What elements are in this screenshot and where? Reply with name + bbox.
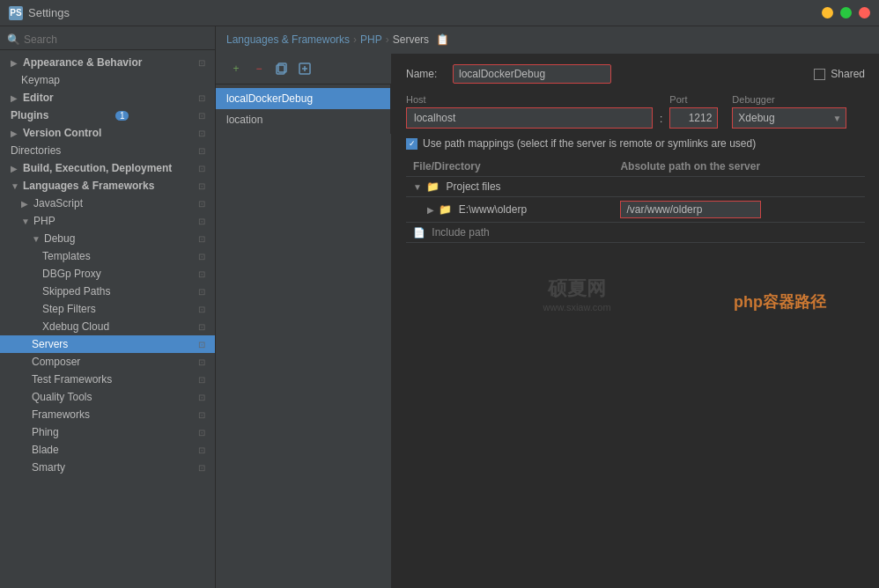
expand-icon: ▼: [32, 234, 41, 244]
sidebar-item-skipped-paths[interactable]: Skipped Paths ⊡: [0, 283, 215, 300]
host-field-group: Host: [406, 94, 653, 129]
project-files-label: Project files: [447, 180, 501, 193]
config-server-button[interactable]: [295, 59, 314, 78]
tree-expand-icon: ▼: [413, 182, 422, 192]
sidebar-item-label: Plugins: [11, 109, 48, 121]
server-item-localdockerdebug[interactable]: localDockerDebug: [216, 88, 390, 109]
sidebar-item-blade[interactable]: Blade ⊡: [0, 441, 215, 459]
sidebar-item-directories[interactable]: Directories ⊡: [0, 142, 215, 159]
sidebar-item-step-filters[interactable]: Step Filters ⊡: [0, 300, 215, 318]
server-item-location[interactable]: location: [216, 109, 390, 130]
remove-server-button[interactable]: −: [249, 59, 269, 78]
port-field-group: Port: [669, 94, 718, 129]
sidebar-item-php[interactable]: ▼ PHP ⊡: [0, 212, 215, 230]
mapping-table: File/Directory Absolute path on the serv…: [406, 157, 865, 243]
external-icon: ⊡: [196, 180, 208, 192]
minimize-button[interactable]: [822, 7, 833, 18]
breadcrumb-icon: 📋: [436, 33, 449, 46]
external-icon: ⊡: [196, 285, 208, 298]
sidebar-item-appearance[interactable]: ▶ Appearance & Behavior ⊡: [0, 54, 215, 71]
server-path-input[interactable]: [620, 201, 761, 218]
title-bar: PS Settings: [0, 0, 879, 26]
copy-server-button[interactable]: [272, 59, 292, 78]
expand-icon: ▶: [11, 164, 19, 173]
php-container-label: php容器路径: [734, 291, 826, 312]
sidebar-item-label: Composer: [32, 356, 80, 368]
port-input[interactable]: [669, 107, 718, 129]
sidebar-item-xdebug-cloud[interactable]: Xdebug Cloud ⊡: [0, 318, 215, 335]
port-label: Port: [669, 94, 718, 105]
expand-icon: ▶: [11, 93, 19, 103]
name-input[interactable]: [453, 64, 611, 84]
shared-label: Shared: [831, 68, 865, 80]
plugins-badge: 1: [115, 111, 129, 121]
sidebar-item-plugins[interactable]: Plugins 1 ⊡: [0, 107, 215, 124]
window-title: Settings: [28, 6, 822, 19]
add-server-button[interactable]: +: [226, 59, 246, 78]
search-bar[interactable]: 🔍: [0, 30, 215, 50]
app-icon: PS: [9, 6, 23, 20]
folder-label: E:\www\olderp: [459, 203, 527, 216]
include-path-icon: 📄: [413, 227, 425, 238]
external-icon: ⊡: [196, 444, 208, 456]
sidebar-item-servers[interactable]: Servers ⊡: [0, 335, 215, 353]
external-icon: ⊡: [196, 92, 208, 104]
path-mapping-checkbox-row: ✓ Use path mappings (select if the serve…: [406, 137, 865, 150]
server-path-cell: [613, 197, 865, 223]
sidebar-item-label: Step Filters: [42, 303, 96, 315]
server-list: localDockerDebug location: [216, 85, 391, 134]
sidebar-item-label: Debug: [44, 232, 75, 245]
sidebar-item-test-frameworks[interactable]: Test Frameworks ⊡: [0, 371, 215, 388]
include-path-row: 📄 Include path: [406, 223, 865, 243]
sidebar-item-templates[interactable]: Templates ⊡: [0, 247, 215, 265]
sidebar-scroll: ▶ Appearance & Behavior ⊡ Keymap ▶ Edito…: [0, 54, 215, 588]
breadcrumb-languages[interactable]: Languages & Frameworks: [226, 33, 350, 46]
sidebar-item-build[interactable]: ▶ Build, Execution, Deployment ⊡: [0, 159, 215, 177]
sidebar-item-label: JavaScript: [33, 197, 83, 209]
sidebar-item-dbgp[interactable]: DBGp Proxy ⊡: [0, 265, 215, 283]
sidebar-item-javascript[interactable]: ▶ JavaScript ⊡: [0, 195, 215, 212]
expand-icon: ▼: [21, 217, 30, 226]
debugger-label: Debugger: [732, 94, 846, 105]
search-icon: 🔍: [7, 33, 20, 46]
sidebar-item-keymap[interactable]: Keymap: [0, 71, 215, 89]
path-mapping-label: Use path mappings (select if the server …: [423, 137, 756, 150]
external-icon: ⊡: [196, 197, 208, 209]
breadcrumb-php[interactable]: PHP: [360, 33, 382, 46]
sidebar-item-label: DBGp Proxy: [42, 268, 101, 280]
sidebar-item-label: Servers: [32, 338, 68, 350]
sidebar-item-label: Xdebug Cloud: [42, 320, 109, 333]
path-mapping-checkbox[interactable]: ✓: [406, 138, 417, 150]
name-label: Name:: [406, 68, 446, 80]
project-files-cell: ▼ 📁 Project files: [406, 177, 613, 197]
breadcrumb: Languages & Frameworks › PHP › Servers 📋: [216, 26, 879, 54]
external-icon: ⊡: [196, 56, 208, 69]
external-icon: ⊡: [196, 162, 208, 174]
host-input[interactable]: [406, 107, 653, 129]
maximize-button[interactable]: [840, 7, 852, 18]
external-icon: ⊡: [196, 426, 208, 438]
sidebar-item-label: Frameworks: [32, 408, 90, 421]
sidebar-item-phing[interactable]: Phing ⊡: [0, 423, 215, 441]
servers-panel: + −: [216, 54, 879, 588]
sidebar-item-quality-tools[interactable]: Quality Tools ⊡: [0, 388, 215, 406]
close-button[interactable]: [859, 7, 870, 18]
sidebar-item-editor[interactable]: ▶ Editor ⊡: [0, 89, 215, 107]
sidebar-item-composer[interactable]: Composer ⊡: [0, 353, 215, 371]
sidebar-item-languages[interactable]: ▼ Languages & Frameworks ⊡: [0, 177, 215, 195]
external-icon: ⊡: [196, 144, 208, 157]
external-icon: ⊡: [196, 320, 208, 333]
search-input[interactable]: [24, 33, 208, 46]
sidebar-item-debug[interactable]: ▼ Debug ⊡: [0, 230, 215, 247]
debugger-select[interactable]: Xdebug Zend Debugger: [732, 107, 846, 129]
external-icon: ⊡: [196, 215, 208, 227]
sidebar-item-smarty[interactable]: Smarty ⊡: [0, 459, 215, 476]
sidebar-item-label: Phing: [32, 426, 59, 438]
shared-checkbox[interactable]: [814, 69, 825, 80]
external-icon: ⊡: [196, 391, 208, 403]
sidebar-item-frameworks[interactable]: Frameworks ⊡: [0, 406, 215, 423]
sidebar-item-version-control[interactable]: ▶ Version Control ⊡: [0, 124, 215, 142]
host-label: Host: [406, 94, 653, 105]
breadcrumb-servers: Servers: [393, 33, 429, 46]
server-list-panel: + −: [216, 54, 392, 588]
